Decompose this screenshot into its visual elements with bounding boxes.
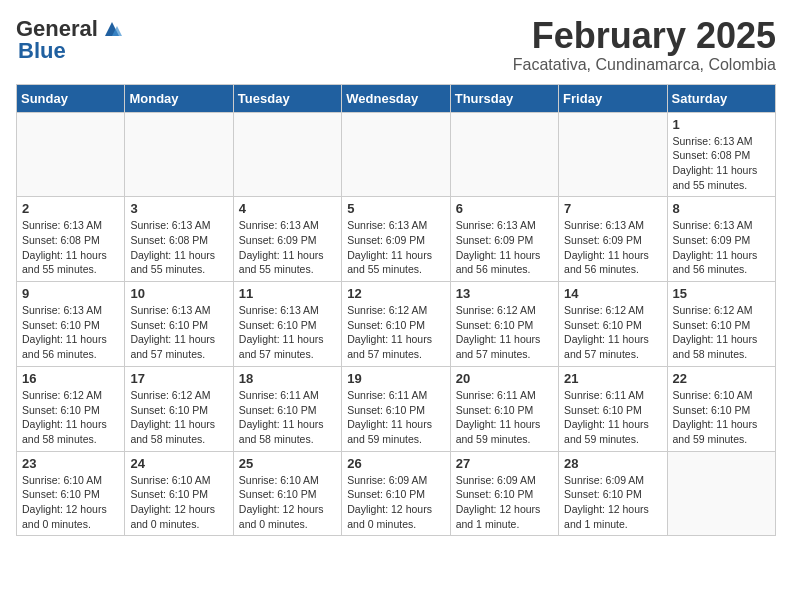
- calendar-cell: 20Sunrise: 6:11 AM Sunset: 6:10 PM Dayli…: [450, 366, 558, 451]
- day-info: Sunrise: 6:13 AM Sunset: 6:09 PM Dayligh…: [564, 218, 661, 277]
- calendar-cell: 24Sunrise: 6:10 AM Sunset: 6:10 PM Dayli…: [125, 451, 233, 536]
- day-number: 7: [564, 201, 661, 216]
- day-number: 10: [130, 286, 227, 301]
- day-number: 4: [239, 201, 336, 216]
- day-info: Sunrise: 6:10 AM Sunset: 6:10 PM Dayligh…: [239, 473, 336, 532]
- day-info: Sunrise: 6:09 AM Sunset: 6:10 PM Dayligh…: [456, 473, 553, 532]
- calendar-cell: 22Sunrise: 6:10 AM Sunset: 6:10 PM Dayli…: [667, 366, 775, 451]
- logo: General Blue: [16, 16, 123, 64]
- day-info: Sunrise: 6:11 AM Sunset: 6:10 PM Dayligh…: [239, 388, 336, 447]
- calendar-cell: 5Sunrise: 6:13 AM Sunset: 6:09 PM Daylig…: [342, 197, 450, 282]
- calendar-cell: 28Sunrise: 6:09 AM Sunset: 6:10 PM Dayli…: [559, 451, 667, 536]
- day-number: 13: [456, 286, 553, 301]
- day-info: Sunrise: 6:12 AM Sunset: 6:10 PM Dayligh…: [347, 303, 444, 362]
- day-info: Sunrise: 6:12 AM Sunset: 6:10 PM Dayligh…: [673, 303, 770, 362]
- day-number: 20: [456, 371, 553, 386]
- day-number: 25: [239, 456, 336, 471]
- day-info: Sunrise: 6:09 AM Sunset: 6:10 PM Dayligh…: [347, 473, 444, 532]
- calendar-cell: [17, 112, 125, 197]
- month-title: February 2025: [513, 16, 776, 56]
- calendar-cell: 14Sunrise: 6:12 AM Sunset: 6:10 PM Dayli…: [559, 282, 667, 367]
- day-info: Sunrise: 6:13 AM Sunset: 6:08 PM Dayligh…: [130, 218, 227, 277]
- day-number: 19: [347, 371, 444, 386]
- day-number: 12: [347, 286, 444, 301]
- day-info: Sunrise: 6:11 AM Sunset: 6:10 PM Dayligh…: [456, 388, 553, 447]
- day-info: Sunrise: 6:13 AM Sunset: 6:09 PM Dayligh…: [673, 218, 770, 277]
- day-info: Sunrise: 6:12 AM Sunset: 6:10 PM Dayligh…: [130, 388, 227, 447]
- day-number: 17: [130, 371, 227, 386]
- calendar-cell: 21Sunrise: 6:11 AM Sunset: 6:10 PM Dayli…: [559, 366, 667, 451]
- calendar-cell: 3Sunrise: 6:13 AM Sunset: 6:08 PM Daylig…: [125, 197, 233, 282]
- calendar-table: SundayMondayTuesdayWednesdayThursdayFrid…: [16, 84, 776, 537]
- day-info: Sunrise: 6:13 AM Sunset: 6:08 PM Dayligh…: [673, 134, 770, 193]
- day-number: 3: [130, 201, 227, 216]
- day-number: 27: [456, 456, 553, 471]
- day-number: 21: [564, 371, 661, 386]
- day-number: 8: [673, 201, 770, 216]
- logo-icon: [101, 18, 123, 40]
- calendar-cell: 4Sunrise: 6:13 AM Sunset: 6:09 PM Daylig…: [233, 197, 341, 282]
- day-number: 5: [347, 201, 444, 216]
- day-number: 9: [22, 286, 119, 301]
- page-header: General Blue February 2025 Facatativa, C…: [16, 16, 776, 74]
- weekday-header-friday: Friday: [559, 84, 667, 112]
- day-number: 23: [22, 456, 119, 471]
- calendar-cell: 8Sunrise: 6:13 AM Sunset: 6:09 PM Daylig…: [667, 197, 775, 282]
- day-info: Sunrise: 6:13 AM Sunset: 6:09 PM Dayligh…: [456, 218, 553, 277]
- calendar-cell: [233, 112, 341, 197]
- day-number: 6: [456, 201, 553, 216]
- day-number: 22: [673, 371, 770, 386]
- weekday-header-thursday: Thursday: [450, 84, 558, 112]
- calendar-cell: 18Sunrise: 6:11 AM Sunset: 6:10 PM Dayli…: [233, 366, 341, 451]
- calendar-cell: 23Sunrise: 6:10 AM Sunset: 6:10 PM Dayli…: [17, 451, 125, 536]
- day-info: Sunrise: 6:10 AM Sunset: 6:10 PM Dayligh…: [22, 473, 119, 532]
- day-info: Sunrise: 6:11 AM Sunset: 6:10 PM Dayligh…: [564, 388, 661, 447]
- day-info: Sunrise: 6:12 AM Sunset: 6:10 PM Dayligh…: [564, 303, 661, 362]
- calendar-cell: 16Sunrise: 6:12 AM Sunset: 6:10 PM Dayli…: [17, 366, 125, 451]
- calendar-week-row: 16Sunrise: 6:12 AM Sunset: 6:10 PM Dayli…: [17, 366, 776, 451]
- calendar-cell: 17Sunrise: 6:12 AM Sunset: 6:10 PM Dayli…: [125, 366, 233, 451]
- calendar-cell: 15Sunrise: 6:12 AM Sunset: 6:10 PM Dayli…: [667, 282, 775, 367]
- calendar-week-row: 23Sunrise: 6:10 AM Sunset: 6:10 PM Dayli…: [17, 451, 776, 536]
- weekday-header-wednesday: Wednesday: [342, 84, 450, 112]
- weekday-header-sunday: Sunday: [17, 84, 125, 112]
- weekday-header-row: SundayMondayTuesdayWednesdayThursdayFrid…: [17, 84, 776, 112]
- calendar-cell: 25Sunrise: 6:10 AM Sunset: 6:10 PM Dayli…: [233, 451, 341, 536]
- calendar-cell: 10Sunrise: 6:13 AM Sunset: 6:10 PM Dayli…: [125, 282, 233, 367]
- day-info: Sunrise: 6:09 AM Sunset: 6:10 PM Dayligh…: [564, 473, 661, 532]
- title-block: February 2025 Facatativa, Cundinamarca, …: [513, 16, 776, 74]
- calendar-cell: 26Sunrise: 6:09 AM Sunset: 6:10 PM Dayli…: [342, 451, 450, 536]
- weekday-header-monday: Monday: [125, 84, 233, 112]
- calendar-cell: [667, 451, 775, 536]
- day-info: Sunrise: 6:12 AM Sunset: 6:10 PM Dayligh…: [22, 388, 119, 447]
- calendar-week-row: 1Sunrise: 6:13 AM Sunset: 6:08 PM Daylig…: [17, 112, 776, 197]
- calendar-cell: 9Sunrise: 6:13 AM Sunset: 6:10 PM Daylig…: [17, 282, 125, 367]
- day-info: Sunrise: 6:13 AM Sunset: 6:09 PM Dayligh…: [239, 218, 336, 277]
- location-title: Facatativa, Cundinamarca, Colombia: [513, 56, 776, 74]
- calendar-cell: 27Sunrise: 6:09 AM Sunset: 6:10 PM Dayli…: [450, 451, 558, 536]
- day-info: Sunrise: 6:11 AM Sunset: 6:10 PM Dayligh…: [347, 388, 444, 447]
- day-info: Sunrise: 6:10 AM Sunset: 6:10 PM Dayligh…: [673, 388, 770, 447]
- day-number: 11: [239, 286, 336, 301]
- day-number: 18: [239, 371, 336, 386]
- calendar-cell: [450, 112, 558, 197]
- day-number: 28: [564, 456, 661, 471]
- logo-blue-text: Blue: [18, 38, 66, 64]
- calendar-cell: 2Sunrise: 6:13 AM Sunset: 6:08 PM Daylig…: [17, 197, 125, 282]
- calendar-week-row: 2Sunrise: 6:13 AM Sunset: 6:08 PM Daylig…: [17, 197, 776, 282]
- day-info: Sunrise: 6:10 AM Sunset: 6:10 PM Dayligh…: [130, 473, 227, 532]
- day-info: Sunrise: 6:13 AM Sunset: 6:10 PM Dayligh…: [22, 303, 119, 362]
- day-number: 16: [22, 371, 119, 386]
- calendar-cell: 11Sunrise: 6:13 AM Sunset: 6:10 PM Dayli…: [233, 282, 341, 367]
- calendar-cell: 12Sunrise: 6:12 AM Sunset: 6:10 PM Dayli…: [342, 282, 450, 367]
- calendar-cell: 1Sunrise: 6:13 AM Sunset: 6:08 PM Daylig…: [667, 112, 775, 197]
- calendar-cell: 6Sunrise: 6:13 AM Sunset: 6:09 PM Daylig…: [450, 197, 558, 282]
- calendar-cell: 19Sunrise: 6:11 AM Sunset: 6:10 PM Dayli…: [342, 366, 450, 451]
- day-number: 15: [673, 286, 770, 301]
- day-number: 26: [347, 456, 444, 471]
- day-info: Sunrise: 6:13 AM Sunset: 6:10 PM Dayligh…: [130, 303, 227, 362]
- day-number: 24: [130, 456, 227, 471]
- day-number: 1: [673, 117, 770, 132]
- day-info: Sunrise: 6:13 AM Sunset: 6:09 PM Dayligh…: [347, 218, 444, 277]
- calendar-cell: [342, 112, 450, 197]
